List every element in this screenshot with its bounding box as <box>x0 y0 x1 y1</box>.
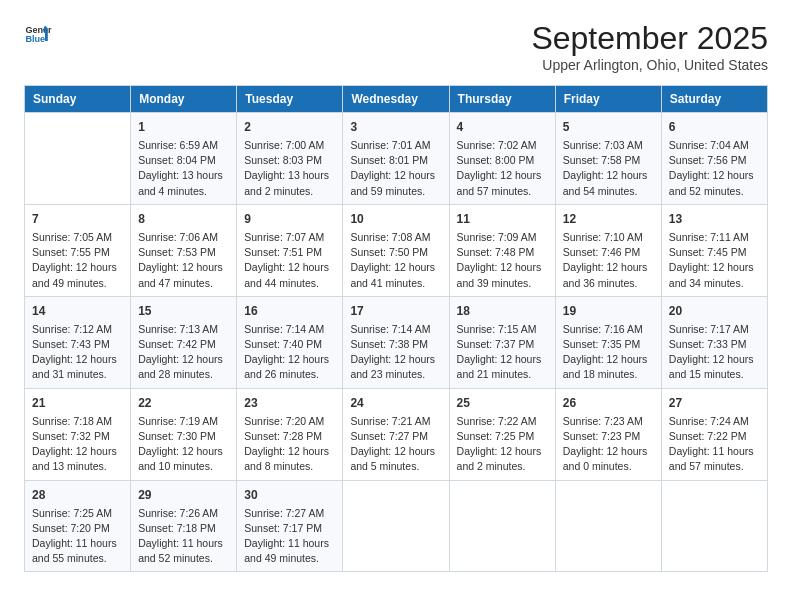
calendar-table: SundayMondayTuesdayWednesdayThursdayFrid… <box>24 85 768 572</box>
day-info: Sunrise: 7:07 AM Sunset: 7:51 PM Dayligh… <box>244 230 335 291</box>
calendar-cell: 19Sunrise: 7:16 AM Sunset: 7:35 PM Dayli… <box>555 296 661 388</box>
calendar-cell: 9Sunrise: 7:07 AM Sunset: 7:51 PM Daylig… <box>237 204 343 296</box>
calendar-cell: 18Sunrise: 7:15 AM Sunset: 7:37 PM Dayli… <box>449 296 555 388</box>
calendar-cell: 4Sunrise: 7:02 AM Sunset: 8:00 PM Daylig… <box>449 113 555 205</box>
svg-text:General: General <box>25 25 52 35</box>
calendar-cell: 15Sunrise: 7:13 AM Sunset: 7:42 PM Dayli… <box>131 296 237 388</box>
day-info: Sunrise: 7:15 AM Sunset: 7:37 PM Dayligh… <box>457 322 548 383</box>
column-header-monday: Monday <box>131 86 237 113</box>
day-number: 29 <box>138 486 229 504</box>
calendar-cell <box>343 480 449 572</box>
calendar-cell: 29Sunrise: 7:26 AM Sunset: 7:18 PM Dayli… <box>131 480 237 572</box>
day-number: 7 <box>32 210 123 228</box>
week-row-3: 14Sunrise: 7:12 AM Sunset: 7:43 PM Dayli… <box>25 296 768 388</box>
header: General Blue September 2025 Upper Arling… <box>24 20 768 73</box>
title-section: September 2025 Upper Arlington, Ohio, Un… <box>531 20 768 73</box>
week-row-4: 21Sunrise: 7:18 AM Sunset: 7:32 PM Dayli… <box>25 388 768 480</box>
calendar-cell <box>25 113 131 205</box>
calendar-cell: 22Sunrise: 7:19 AM Sunset: 7:30 PM Dayli… <box>131 388 237 480</box>
column-header-saturday: Saturday <box>661 86 767 113</box>
calendar-cell: 12Sunrise: 7:10 AM Sunset: 7:46 PM Dayli… <box>555 204 661 296</box>
column-header-sunday: Sunday <box>25 86 131 113</box>
month-title: September 2025 <box>531 20 768 57</box>
day-info: Sunrise: 7:24 AM Sunset: 7:22 PM Dayligh… <box>669 414 760 475</box>
day-number: 28 <box>32 486 123 504</box>
day-number: 8 <box>138 210 229 228</box>
day-number: 4 <box>457 118 548 136</box>
day-number: 24 <box>350 394 441 412</box>
calendar-cell <box>661 480 767 572</box>
day-number: 9 <box>244 210 335 228</box>
calendar-cell: 21Sunrise: 7:18 AM Sunset: 7:32 PM Dayli… <box>25 388 131 480</box>
calendar-cell: 14Sunrise: 7:12 AM Sunset: 7:43 PM Dayli… <box>25 296 131 388</box>
day-info: Sunrise: 7:25 AM Sunset: 7:20 PM Dayligh… <box>32 506 123 567</box>
day-info: Sunrise: 7:12 AM Sunset: 7:43 PM Dayligh… <box>32 322 123 383</box>
calendar-cell: 8Sunrise: 7:06 AM Sunset: 7:53 PM Daylig… <box>131 204 237 296</box>
day-info: Sunrise: 7:00 AM Sunset: 8:03 PM Dayligh… <box>244 138 335 199</box>
column-header-thursday: Thursday <box>449 86 555 113</box>
day-info: Sunrise: 7:19 AM Sunset: 7:30 PM Dayligh… <box>138 414 229 475</box>
logo-icon: General Blue <box>24 20 52 48</box>
location-subtitle: Upper Arlington, Ohio, United States <box>531 57 768 73</box>
day-info: Sunrise: 7:11 AM Sunset: 7:45 PM Dayligh… <box>669 230 760 291</box>
day-info: Sunrise: 7:18 AM Sunset: 7:32 PM Dayligh… <box>32 414 123 475</box>
day-info: Sunrise: 6:59 AM Sunset: 8:04 PM Dayligh… <box>138 138 229 199</box>
day-info: Sunrise: 7:20 AM Sunset: 7:28 PM Dayligh… <box>244 414 335 475</box>
day-number: 20 <box>669 302 760 320</box>
day-info: Sunrise: 7:03 AM Sunset: 7:58 PM Dayligh… <box>563 138 654 199</box>
day-info: Sunrise: 7:05 AM Sunset: 7:55 PM Dayligh… <box>32 230 123 291</box>
day-info: Sunrise: 7:22 AM Sunset: 7:25 PM Dayligh… <box>457 414 548 475</box>
logo: General Blue <box>24 20 52 48</box>
day-number: 19 <box>563 302 654 320</box>
calendar-cell: 3Sunrise: 7:01 AM Sunset: 8:01 PM Daylig… <box>343 113 449 205</box>
calendar-cell: 17Sunrise: 7:14 AM Sunset: 7:38 PM Dayli… <box>343 296 449 388</box>
day-number: 15 <box>138 302 229 320</box>
column-header-friday: Friday <box>555 86 661 113</box>
calendar-cell: 27Sunrise: 7:24 AM Sunset: 7:22 PM Dayli… <box>661 388 767 480</box>
day-number: 5 <box>563 118 654 136</box>
calendar-cell: 24Sunrise: 7:21 AM Sunset: 7:27 PM Dayli… <box>343 388 449 480</box>
calendar-cell: 16Sunrise: 7:14 AM Sunset: 7:40 PM Dayli… <box>237 296 343 388</box>
day-number: 18 <box>457 302 548 320</box>
week-row-1: 1Sunrise: 6:59 AM Sunset: 8:04 PM Daylig… <box>25 113 768 205</box>
day-info: Sunrise: 7:02 AM Sunset: 8:00 PM Dayligh… <box>457 138 548 199</box>
svg-text:Blue: Blue <box>25 34 45 44</box>
day-number: 23 <box>244 394 335 412</box>
day-info: Sunrise: 7:14 AM Sunset: 7:38 PM Dayligh… <box>350 322 441 383</box>
calendar-cell: 23Sunrise: 7:20 AM Sunset: 7:28 PM Dayli… <box>237 388 343 480</box>
day-number: 21 <box>32 394 123 412</box>
calendar-cell: 11Sunrise: 7:09 AM Sunset: 7:48 PM Dayli… <box>449 204 555 296</box>
calendar-cell: 10Sunrise: 7:08 AM Sunset: 7:50 PM Dayli… <box>343 204 449 296</box>
day-number: 17 <box>350 302 441 320</box>
day-info: Sunrise: 7:08 AM Sunset: 7:50 PM Dayligh… <box>350 230 441 291</box>
day-info: Sunrise: 7:21 AM Sunset: 7:27 PM Dayligh… <box>350 414 441 475</box>
week-row-5: 28Sunrise: 7:25 AM Sunset: 7:20 PM Dayli… <box>25 480 768 572</box>
calendar-cell: 5Sunrise: 7:03 AM Sunset: 7:58 PM Daylig… <box>555 113 661 205</box>
column-header-wednesday: Wednesday <box>343 86 449 113</box>
calendar-cell: 7Sunrise: 7:05 AM Sunset: 7:55 PM Daylig… <box>25 204 131 296</box>
day-number: 3 <box>350 118 441 136</box>
calendar-cell: 13Sunrise: 7:11 AM Sunset: 7:45 PM Dayli… <box>661 204 767 296</box>
calendar-cell <box>555 480 661 572</box>
day-number: 10 <box>350 210 441 228</box>
day-info: Sunrise: 7:23 AM Sunset: 7:23 PM Dayligh… <box>563 414 654 475</box>
calendar-cell: 1Sunrise: 6:59 AM Sunset: 8:04 PM Daylig… <box>131 113 237 205</box>
week-row-2: 7Sunrise: 7:05 AM Sunset: 7:55 PM Daylig… <box>25 204 768 296</box>
day-number: 25 <box>457 394 548 412</box>
day-info: Sunrise: 7:04 AM Sunset: 7:56 PM Dayligh… <box>669 138 760 199</box>
day-number: 1 <box>138 118 229 136</box>
calendar-cell: 26Sunrise: 7:23 AM Sunset: 7:23 PM Dayli… <box>555 388 661 480</box>
calendar-cell: 6Sunrise: 7:04 AM Sunset: 7:56 PM Daylig… <box>661 113 767 205</box>
day-info: Sunrise: 7:13 AM Sunset: 7:42 PM Dayligh… <box>138 322 229 383</box>
calendar-cell: 20Sunrise: 7:17 AM Sunset: 7:33 PM Dayli… <box>661 296 767 388</box>
day-number: 14 <box>32 302 123 320</box>
day-info: Sunrise: 7:09 AM Sunset: 7:48 PM Dayligh… <box>457 230 548 291</box>
day-number: 12 <box>563 210 654 228</box>
day-number: 2 <box>244 118 335 136</box>
day-info: Sunrise: 7:27 AM Sunset: 7:17 PM Dayligh… <box>244 506 335 567</box>
day-number: 30 <box>244 486 335 504</box>
day-info: Sunrise: 7:10 AM Sunset: 7:46 PM Dayligh… <box>563 230 654 291</box>
day-info: Sunrise: 7:16 AM Sunset: 7:35 PM Dayligh… <box>563 322 654 383</box>
day-number: 22 <box>138 394 229 412</box>
day-number: 11 <box>457 210 548 228</box>
